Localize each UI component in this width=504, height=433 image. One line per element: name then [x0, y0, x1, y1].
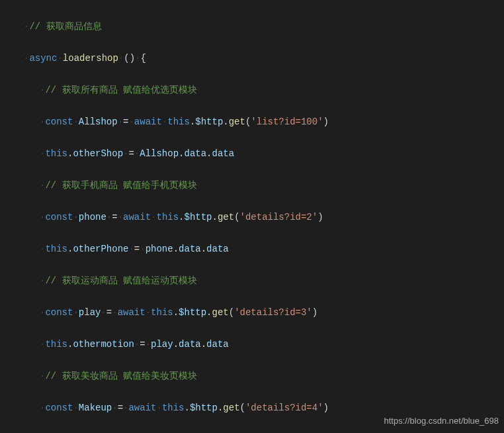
code-line: ·// 获取所有商品 赋值给优选页模块 — [8, 82, 504, 98]
code-line: ·this.otherPhone·=·phone.data.data — [8, 241, 504, 257]
code-line: ·this.othermotion·=·play.data.data — [8, 336, 504, 352]
code-editor[interactable]: ·// 获取商品信息 ·async·loadershop·()·{ ·// 获取… — [0, 3, 504, 433]
code-line: ·const·play·=·await·this.$http.get('deta… — [8, 305, 504, 320]
code-line: ·const·Allshop·=·await·this.$http.get('l… — [8, 114, 504, 130]
code-line: ·// 获取运动商品 赋值给运动页模块 — [8, 273, 504, 289]
code-line: ·// 获取商品信息 — [8, 19, 504, 34]
code-line: ·const·phone·=·await·this.$http.get('det… — [8, 209, 504, 225]
code-line: ·async·loadershop·()·{ — [8, 50, 504, 66]
code-line: ·// 获取美妆商品 赋值给美妆页模块 — [8, 368, 504, 384]
watermark: https://blog.csdn.net/blue_698 — [384, 413, 499, 429]
code-line: ·this.otherShop·=·Allshop.data.data — [8, 146, 504, 162]
code-line: ·// 获取手机商品 赋值给手机页模块 — [8, 177, 504, 193]
